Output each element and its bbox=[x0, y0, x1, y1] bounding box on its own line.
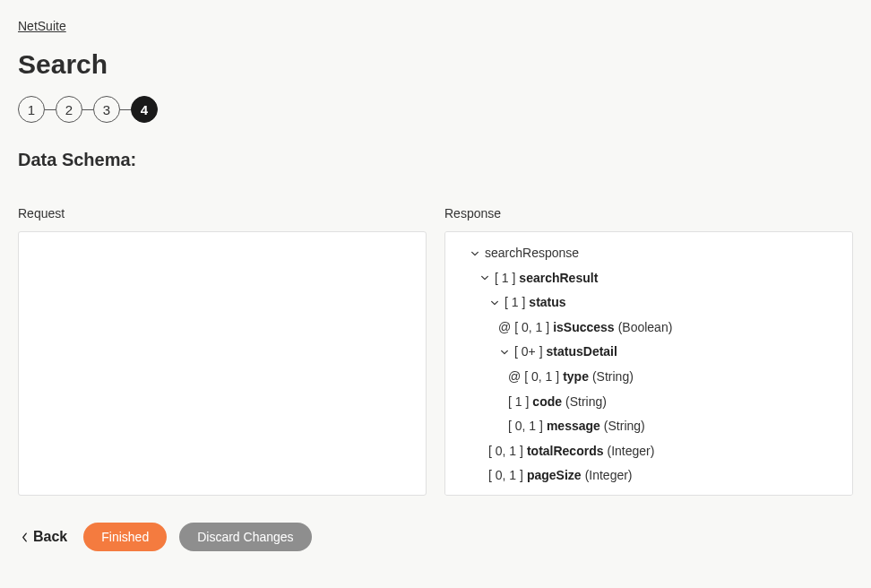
node-type: (Boolean) bbox=[618, 319, 673, 337]
step-connector bbox=[82, 109, 93, 110]
step-1[interactable]: 1 bbox=[18, 96, 45, 123]
discard-changes-button[interactable]: Discard Changes bbox=[179, 523, 311, 551]
response-column: Response searchResponse[ 1 ] searchResul… bbox=[444, 206, 853, 496]
tree-node-searchResponse[interactable]: searchResponse bbox=[453, 241, 845, 266]
node-name: status bbox=[529, 294, 565, 312]
tree-node-totalRecords: [ 0, 1 ] totalRecords (Integer) bbox=[453, 439, 845, 464]
step-4[interactable]: 4 bbox=[131, 96, 158, 123]
attribute-marker: @ bbox=[498, 319, 511, 337]
node-type: (Integer) bbox=[608, 443, 655, 461]
node-name: code bbox=[532, 393, 562, 411]
node-name: type bbox=[563, 368, 589, 386]
tree-node-type: @[ 0, 1 ] type (String) bbox=[453, 365, 845, 390]
cardinality: [ 1 ] bbox=[495, 270, 515, 288]
breadcrumb-netsuite[interactable]: NetSuite bbox=[18, 19, 66, 33]
node-type: (String) bbox=[604, 418, 645, 436]
chevron-down-icon[interactable] bbox=[469, 247, 481, 260]
back-button[interactable]: Back bbox=[18, 523, 71, 550]
footer-actions: Back Finished Discard Changes bbox=[18, 523, 853, 551]
tree-node-isSuccess: @[ 0, 1 ] isSuccess (Boolean) bbox=[453, 316, 845, 341]
node-name: message bbox=[547, 418, 600, 436]
cardinality: [ 0, 1 ] bbox=[488, 467, 523, 485]
node-type: (String) bbox=[592, 368, 634, 386]
cardinality: [ 1 ] bbox=[508, 393, 529, 411]
node-name: searchResponse bbox=[485, 245, 579, 263]
node-name: isSuccess bbox=[553, 319, 615, 337]
request-panel[interactable] bbox=[18, 231, 427, 496]
node-name: totalPages bbox=[527, 492, 591, 496]
step-2[interactable]: 2 bbox=[56, 96, 82, 123]
cardinality: [ 0, 1 ] bbox=[524, 368, 559, 386]
node-name: pageSize bbox=[527, 467, 582, 485]
schema-columns: Request Response searchResponse[ 1 ] sea… bbox=[18, 206, 853, 496]
node-type: (Integer) bbox=[585, 467, 633, 485]
tree-node-status[interactable]: [ 1 ] status bbox=[453, 290, 845, 316]
node-name: searchResult bbox=[519, 270, 598, 288]
node-type: (Integer) bbox=[594, 492, 642, 496]
tree-node-statusDetail[interactable]: [ 0+ ] statusDetail bbox=[453, 340, 845, 365]
back-label: Back bbox=[33, 529, 67, 545]
page-title: Search bbox=[18, 49, 853, 80]
node-name: statusDetail bbox=[547, 343, 617, 361]
tree-node-message: [ 0, 1 ] message (String) bbox=[453, 414, 845, 439]
response-label: Response bbox=[444, 206, 853, 220]
step-connector bbox=[120, 109, 131, 110]
stepper: 1234 bbox=[18, 96, 853, 123]
tree-node-searchResult[interactable]: [ 1 ] searchResult bbox=[453, 266, 845, 291]
tree-node-totalPages: [ 0, 1 ] totalPages (Integer) bbox=[453, 489, 845, 496]
tree-node-pageSize: [ 0, 1 ] pageSize (Integer) bbox=[453, 463, 845, 489]
chevron-down-icon[interactable] bbox=[498, 346, 511, 359]
cardinality: [ 0, 1 ] bbox=[514, 319, 549, 337]
cardinality: [ 0, 1 ] bbox=[488, 443, 523, 461]
request-column: Request bbox=[18, 206, 427, 496]
cardinality: [ 0+ ] bbox=[514, 343, 543, 361]
cardinality: [ 1 ] bbox=[504, 294, 525, 312]
chevron-down-icon[interactable] bbox=[479, 272, 491, 284]
chevron-left-icon bbox=[22, 532, 28, 542]
response-panel[interactable]: searchResponse[ 1 ] searchResult[ 1 ] st… bbox=[444, 231, 853, 496]
cardinality: [ 0, 1 ] bbox=[508, 418, 543, 436]
cardinality: [ 0, 1 ] bbox=[488, 492, 523, 496]
step-3[interactable]: 3 bbox=[93, 96, 120, 123]
section-title-data-schema: Data Schema: bbox=[18, 150, 853, 170]
node-type: (String) bbox=[565, 393, 607, 411]
tree-node-code: [ 1 ] code (String) bbox=[453, 390, 845, 415]
node-name: totalRecords bbox=[527, 443, 604, 461]
request-label: Request bbox=[18, 206, 427, 220]
attribute-marker: @ bbox=[508, 368, 521, 386]
chevron-down-icon[interactable] bbox=[488, 297, 501, 309]
step-connector bbox=[45, 109, 56, 110]
finished-button[interactable]: Finished bbox=[83, 523, 167, 551]
